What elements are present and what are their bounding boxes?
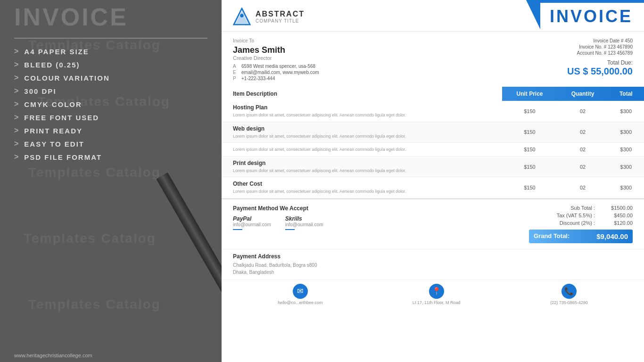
- footer-icon-text: hello@co...erthbee.com: [278, 300, 322, 305]
- invoice-date-label: Invoice Date #: [594, 38, 624, 43]
- svg-point-2: [240, 14, 244, 17]
- item-desc: Lorem ipsum dolor sit amet, consectetuer…: [233, 113, 406, 117]
- summary-section: Payment Method We Accept PayPalinfo@ourm…: [222, 198, 644, 249]
- client-phone: P +1-222-333-444: [233, 76, 319, 81]
- account-no-label: Account No. #: [577, 50, 607, 56]
- total-due-amount: US $ 55,000.00: [567, 66, 633, 77]
- item-desc: Lorem ipsum dolor sit amet, consectetuer…: [233, 147, 406, 152]
- address-label: A: [233, 64, 239, 69]
- payment-method-email: info@ourmail.com: [233, 222, 271, 227]
- invoice-body[interactable]: Invoice To James Smith Creative Director…: [222, 32, 644, 362]
- invoice-no-label: Invoice No. #: [579, 44, 606, 49]
- tax-label: Tax (VAT 5.5%) :: [529, 213, 595, 218]
- footer-icon-text: Lt 17, 11th Floor, M Road: [413, 300, 461, 305]
- item-name: Print design: [233, 160, 496, 166]
- grand-total-label: Grand Total:: [534, 232, 570, 240]
- item-description: Other CostLorem ipsum dolor sit amet, co…: [222, 177, 502, 198]
- table-row: Hosting PlanLorem ipsum dolor sit amet, …: [222, 101, 644, 122]
- logo-company-subtitle: COMPANY TITLE: [256, 18, 305, 24]
- summary-right: Sub Total : $1500.00 Tax (VAT 5.5%) : $4…: [529, 205, 633, 243]
- feature-item: PRINT READY: [14, 126, 207, 135]
- item-total: $300: [608, 143, 644, 156]
- table-row: Other CostLorem ipsum dolor sit amet, co…: [222, 177, 644, 198]
- invoice-no-meta: Invoice No. # 123 467890: [567, 44, 633, 49]
- left-title: INVOICE: [14, 0, 207, 29]
- feature-item: FREE FONT USED: [14, 113, 207, 122]
- item-qty: 02: [557, 143, 608, 156]
- client-address: A 6598 West media spencer, usa-568: [233, 64, 319, 69]
- email-icon: ✉: [293, 284, 308, 299]
- item-total: $300: [608, 156, 644, 177]
- item-total: $300: [608, 177, 644, 198]
- invoice-date-meta: Invoice Date # 450: [567, 38, 633, 43]
- watermark-1: Templates Catalog: [28, 38, 161, 53]
- phone-label: P: [233, 76, 239, 81]
- item-desc: Lorem ipsum dolor sit amet, consectetuer…: [233, 134, 406, 139]
- table-row: Lorem ipsum dolor sit amet, consectetuer…: [222, 143, 644, 156]
- payment-address-title: Payment Address: [233, 253, 633, 260]
- item-name: Other Cost: [233, 181, 496, 187]
- watermark-2: Templates Catalog: [38, 94, 170, 109]
- item-description: Lorem ipsum dolor sit amet, consectetuer…: [222, 143, 502, 156]
- grand-total-value: $9,040.00: [596, 232, 628, 240]
- account-no-value: 123 456789: [608, 50, 633, 56]
- client-role: Creative Director: [233, 55, 319, 61]
- logo-text: ABSTRACT COMPANY TITLE: [256, 10, 305, 24]
- payment-method-name: Skrills: [285, 215, 323, 222]
- invoice-title: INVOICE: [550, 7, 633, 26]
- item-qty: 02: [557, 122, 608, 143]
- payment-method-email: info@ourmail.com: [285, 222, 323, 227]
- discount-value: $120.00: [595, 220, 633, 226]
- item-total: $300: [608, 122, 644, 143]
- payment-address-line2: Dhaka, Bangladesh: [233, 269, 633, 276]
- items-table: Item Description Unit Price Quantity Tot…: [222, 87, 644, 198]
- footer-icon-item: ✉hello@co...erthbee.com: [278, 284, 322, 305]
- item-price: $150: [502, 143, 558, 156]
- payment-title: Payment Method We Accept: [233, 205, 529, 212]
- left-panel: INVOICE A4 PAPER SIZEBLEED (0.25)COLOUR …: [0, 0, 222, 362]
- table-header-total: Total: [608, 87, 644, 101]
- table-header-unit-price: Unit Price: [502, 87, 558, 101]
- item-total: $300: [608, 101, 644, 122]
- discount-row: Discount (2%) : $120.00: [529, 220, 633, 226]
- tax-value: $450.00: [595, 213, 633, 218]
- header-corner: [526, 0, 540, 29]
- client-section: Invoice To James Smith Creative Director…: [222, 32, 644, 87]
- invoice-header: ABSTRACT COMPANY TITLE INVOICE: [222, 0, 644, 32]
- item-desc: Lorem ipsum dolor sit amet, consectetuer…: [233, 189, 406, 194]
- invoice-footer: ✉hello@co...erthbee.com📍Lt 17, 11th Floo…: [222, 280, 644, 309]
- payment-method-line: [233, 229, 242, 230]
- account-no-meta: Account No. # 123 456789: [567, 50, 633, 56]
- client-left: Invoice To James Smith Creative Director…: [233, 38, 319, 82]
- item-name: Web design: [233, 125, 496, 132]
- item-price: $150: [502, 177, 558, 198]
- payment-methods: PayPalinfo@ourmail.comSkrillsinfo@ourmai…: [233, 215, 529, 230]
- payment-method-name: PayPal: [233, 215, 271, 222]
- table-header-description: Item Description: [222, 87, 502, 101]
- client-name: James Smith: [233, 45, 319, 55]
- email-value: email@mailid.com, www.myweb.com: [241, 70, 319, 75]
- footer-icon-item: 📞(22) 735-0865-4290: [550, 284, 588, 305]
- payment-left: Payment Method We Accept PayPalinfo@ourm…: [233, 205, 529, 243]
- right-panel: ABSTRACT COMPANY TITLE INVOICE Invoice T…: [222, 0, 644, 362]
- grand-total-row: Grand Total: $9,040.00: [529, 230, 633, 243]
- payment-address-line1: Chalkjadu Road, Badurltola, Bogra s800: [233, 262, 633, 269]
- item-desc: Lorem ipsum dolor sit amet, consectetuer…: [233, 168, 406, 173]
- logo-icon: [233, 8, 251, 25]
- phone-icon: 📞: [561, 284, 577, 299]
- feature-item: COLOUR VARIATION: [14, 74, 207, 82]
- item-qty: 02: [557, 177, 608, 198]
- table-row: Web designLorem ipsum dolor sit amet, co…: [222, 122, 644, 143]
- item-price: $150: [502, 122, 558, 143]
- payment-address: Payment Address Chalkjadu Road, Badurlto…: [222, 249, 644, 280]
- footer-icon-item: 📍Lt 17, 11th Floor, M Road: [413, 284, 461, 305]
- subtotal-value: $1500.00: [595, 205, 633, 211]
- logo-company-name: ABSTRACT: [256, 10, 305, 18]
- logo-area: ABSTRACT COMPANY TITLE: [233, 8, 305, 25]
- item-qty: 02: [557, 101, 608, 122]
- item-qty: 02: [557, 156, 608, 177]
- item-description: Print designLorem ipsum dolor sit amet, …: [222, 156, 502, 177]
- client-right: Invoice Date # 450 Invoice No. # 123 467…: [567, 38, 633, 82]
- item-price: $150: [502, 101, 558, 122]
- item-name: Hosting Plan: [233, 104, 496, 111]
